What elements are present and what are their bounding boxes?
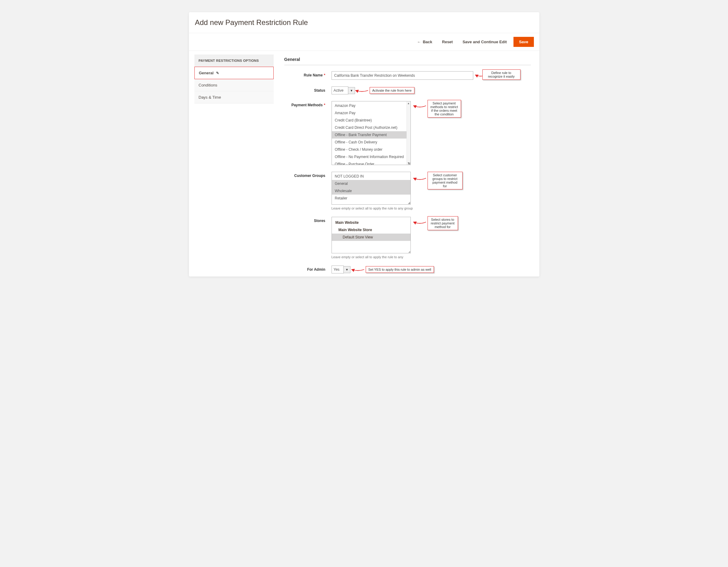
scroll-up-icon[interactable]: ▲	[407, 101, 410, 105]
ms-option[interactable]: Offline - No Payment Information Require…	[332, 153, 410, 161]
callout-customer-groups: Select customer groups to restrict payme…	[428, 172, 463, 190]
payment-methods-multiselect[interactable]: Amazon Pay Amazon Pay Credit Card (Brain…	[332, 101, 411, 165]
ms-option[interactable]: Offline - Purchase Order	[332, 161, 410, 165]
sidebar-item-label: Conditions	[199, 83, 217, 87]
ms-option[interactable]: Credit Card Direct Post (Authorize.net)	[332, 124, 410, 131]
status-label: Status	[284, 87, 332, 93]
ms-option[interactable]: Retailer	[332, 195, 410, 202]
stores-label: Stores	[284, 217, 332, 223]
chevron-down-icon: ▼	[346, 268, 349, 271]
callout-rule-name: Define rule to recognize it easily	[482, 69, 520, 80]
for-admin-label: For Admin	[284, 266, 332, 272]
callout-arrow-icon	[412, 175, 428, 182]
reset-button[interactable]: Reset	[439, 37, 456, 47]
page-container: Add new Payment Restriction Rule ← Back …	[189, 12, 539, 277]
save-continue-button[interactable]: Save and Continue Edit	[460, 37, 510, 47]
ms-option[interactable]: General	[332, 180, 410, 187]
callout-status: Activate the rule from here	[370, 87, 414, 94]
ms-option[interactable]: Credit Card (Braintree)	[332, 117, 410, 124]
stores-helper: Leave empty or select all to apply the r…	[332, 255, 531, 259]
ms-option[interactable]: Wholesale	[332, 187, 410, 195]
for-admin-select[interactable]: Yes	[332, 266, 344, 274]
save-button[interactable]: Save	[513, 37, 534, 47]
field-rule-name: Rule Name* Define rule to recognize it e…	[284, 71, 531, 80]
status-dropdown-button[interactable]: ▼	[348, 87, 355, 94]
required-star-icon: *	[324, 73, 325, 77]
resize-handle-icon[interactable]	[407, 162, 410, 165]
scroll-down-icon[interactable]: ▼	[407, 161, 410, 165]
stores-multiselect[interactable]: Main Website Main Website Store Default …	[332, 217, 411, 254]
sidebar: PAYMENT RESTRICTIONS OPTIONS General Con…	[194, 55, 274, 274]
main-panel: General Rule Name* Define rule to recogn…	[274, 55, 534, 274]
field-status: Status Active▼ Activate the rule from he…	[284, 87, 531, 94]
sidebar-header: PAYMENT RESTRICTIONS OPTIONS	[194, 55, 274, 67]
rule-name-label: Rule Name*	[284, 71, 332, 77]
customer-groups-label: Customer Groups	[284, 172, 332, 178]
arrow-left-icon: ←	[417, 40, 421, 44]
sidebar-item-conditions[interactable]: Conditions	[194, 79, 274, 91]
actions-bar: ← Back Reset Save and Continue Edit Save	[189, 33, 539, 51]
payment-methods-label: Payment Methods*	[284, 101, 332, 107]
ms-option[interactable]: Offline - Check / Money order	[332, 146, 410, 153]
resize-handle-icon[interactable]	[407, 250, 410, 253]
scrollbar[interactable]: ▲ ▼	[407, 101, 410, 165]
ms-option[interactable]: Offline - Bank Transfer Payment	[332, 131, 410, 139]
back-button[interactable]: ← Back	[414, 37, 435, 47]
callout-payment-methods: Select payment methods to restrict if th…	[428, 100, 461, 118]
ms-option[interactable]: Amazon Pay	[332, 102, 410, 109]
field-customer-groups: Customer Groups NOT LOGGED IN General Wh…	[284, 172, 531, 210]
callout-arrow-icon	[412, 219, 428, 225]
label-text: Rule Name	[304, 73, 323, 77]
field-payment-methods: Payment Methods* Amazon Pay Amazon Pay C…	[284, 101, 531, 165]
store-group[interactable]: Main Website Store	[332, 226, 410, 234]
store-website[interactable]: Main Website	[332, 219, 410, 226]
rule-name-input[interactable]	[332, 71, 473, 80]
page-title: Add new Payment Restriction Rule	[189, 12, 539, 33]
customer-groups-multiselect[interactable]: NOT LOGGED IN General Wholesale Retailer	[332, 172, 411, 205]
callout-for-admin: Set YES to apply this rule to admin as w…	[366, 266, 434, 273]
for-admin-dropdown-button[interactable]: ▼	[344, 266, 351, 273]
back-label: Back	[423, 40, 432, 44]
field-stores: Stores Main Website Main Website Store D…	[284, 217, 531, 259]
customer-groups-helper: Leave empty or select all to apply the r…	[332, 207, 531, 210]
ms-option[interactable]: Amazon Pay	[332, 109, 410, 117]
pencil-icon	[216, 71, 219, 75]
ms-option[interactable]: Offline - Cash On Delivery	[332, 139, 410, 146]
callout-arrow-icon	[350, 267, 366, 272]
label-text: Payment Methods	[291, 103, 323, 107]
callout-stores: Select stores to restrict payment method…	[428, 216, 458, 230]
ms-option[interactable]: NOT LOGGED IN	[332, 173, 410, 180]
content-wrap: PAYMENT RESTRICTIONS OPTIONS General Con…	[189, 51, 539, 274]
callout-arrow-icon	[412, 102, 428, 109]
sidebar-item-days-time[interactable]: Days & Time	[194, 91, 274, 104]
sidebar-item-label: Days & Time	[199, 95, 221, 100]
resize-handle-icon[interactable]	[407, 201, 410, 204]
chevron-down-icon: ▼	[350, 89, 353, 92]
field-for-admin: For Admin Yes▼ Set YES to apply this rul…	[284, 266, 531, 274]
status-select[interactable]: Active	[332, 87, 348, 94]
sidebar-item-general[interactable]: General	[194, 67, 274, 79]
required-star-icon: *	[324, 103, 325, 107]
callout-arrow-icon	[354, 88, 370, 93]
sidebar-item-label: General	[199, 71, 214, 75]
section-title: General	[284, 55, 531, 65]
store-view[interactable]: Default Store View	[332, 234, 410, 241]
